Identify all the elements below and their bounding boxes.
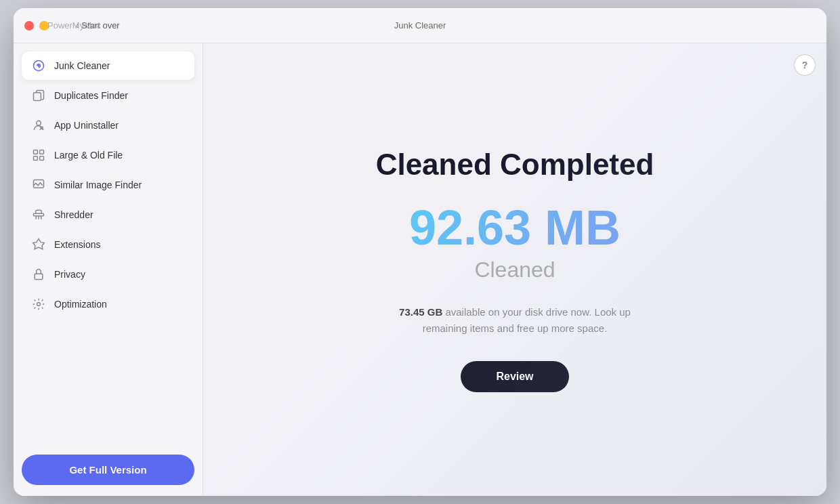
svg-rect-7 xyxy=(40,150,44,154)
sidebar-item-privacy-label: Privacy xyxy=(54,269,85,280)
disk-space-bold: 73.45 GB xyxy=(399,306,442,318)
svg-point-3 xyxy=(37,121,41,125)
sidebar-item-large-old-file-label: Large & Old File xyxy=(54,150,123,161)
app-name: PowerMyMac xyxy=(47,20,101,30)
svg-point-1 xyxy=(37,64,39,66)
junk-cleaner-icon xyxy=(31,58,46,73)
similar-image-finder-icon xyxy=(31,177,46,192)
sidebar: Junk Cleaner Duplicates Finder xyxy=(14,43,203,496)
sidebar-item-privacy[interactable]: Privacy xyxy=(22,260,194,289)
sidebar-item-extensions[interactable]: Extensions xyxy=(22,230,194,259)
close-button[interactable] xyxy=(24,21,34,30)
sidebar-item-extensions-label: Extensions xyxy=(54,239,100,250)
help-button[interactable]: ? xyxy=(794,54,816,76)
cleaned-label: Cleaned xyxy=(474,257,555,282)
shredder-icon xyxy=(31,207,46,222)
sidebar-item-large-old-file[interactable]: Large & Old File xyxy=(22,141,194,169)
sidebar-item-optimization[interactable]: Optimization xyxy=(22,290,194,318)
cleaned-amount: 92.63 MB xyxy=(409,203,621,252)
app-uninstaller-icon xyxy=(31,118,46,133)
svg-rect-8 xyxy=(34,156,38,161)
optimization-icon xyxy=(31,297,46,312)
extensions-icon xyxy=(31,237,46,252)
duplicates-finder-icon xyxy=(31,88,46,103)
disk-info: 73.45 GB available on your disk drive no… xyxy=(393,304,637,337)
svg-rect-6 xyxy=(34,150,38,154)
svg-point-14 xyxy=(37,303,41,306)
sidebar-item-app-uninstaller-label: App Uninstaller xyxy=(54,120,119,131)
get-full-version-button[interactable]: Get Full Version xyxy=(22,455,194,485)
sidebar-item-optimization-label: Optimization xyxy=(54,299,107,310)
svg-rect-13 xyxy=(35,274,43,279)
titlebar: PowerMyMac ‹ Start over Junk Cleaner xyxy=(14,8,826,43)
sidebar-item-shredder-label: Shredder xyxy=(54,209,93,220)
completion-title: Cleaned Completed xyxy=(376,148,654,182)
sidebar-item-app-uninstaller[interactable]: App Uninstaller xyxy=(22,111,194,140)
privacy-icon xyxy=(31,267,46,282)
large-old-file-icon xyxy=(31,148,46,163)
sidebar-items-list: Junk Cleaner Duplicates Finder xyxy=(22,51,194,444)
review-button[interactable]: Review xyxy=(461,361,568,392)
traffic-lights xyxy=(24,21,49,30)
content-area: ? Cleaned Completed 92.63 MB Cleaned 73.… xyxy=(203,43,826,496)
sidebar-item-duplicates-finder[interactable]: Duplicates Finder xyxy=(22,81,194,110)
sidebar-item-junk-cleaner[interactable]: Junk Cleaner xyxy=(22,51,194,80)
sidebar-item-duplicates-finder-label: Duplicates Finder xyxy=(54,90,128,101)
sidebar-item-shredder[interactable]: Shredder xyxy=(22,201,194,229)
svg-rect-2 xyxy=(34,93,41,101)
app-window: PowerMyMac ‹ Start over Junk Cleaner xyxy=(14,8,826,496)
main-layout: Junk Cleaner Duplicates Finder xyxy=(14,43,826,496)
window-title: Junk Cleaner xyxy=(394,20,446,30)
sidebar-item-junk-cleaner-label: Junk Cleaner xyxy=(54,60,110,71)
disk-info-text: available on your disk drive now. Look u… xyxy=(423,306,631,334)
svg-rect-9 xyxy=(40,156,44,161)
sidebar-item-similar-image-finder[interactable]: Similar Image Finder xyxy=(22,171,194,199)
svg-marker-12 xyxy=(33,239,45,249)
sidebar-item-similar-image-finder-label: Similar Image Finder xyxy=(54,180,142,190)
svg-rect-11 xyxy=(34,213,44,215)
